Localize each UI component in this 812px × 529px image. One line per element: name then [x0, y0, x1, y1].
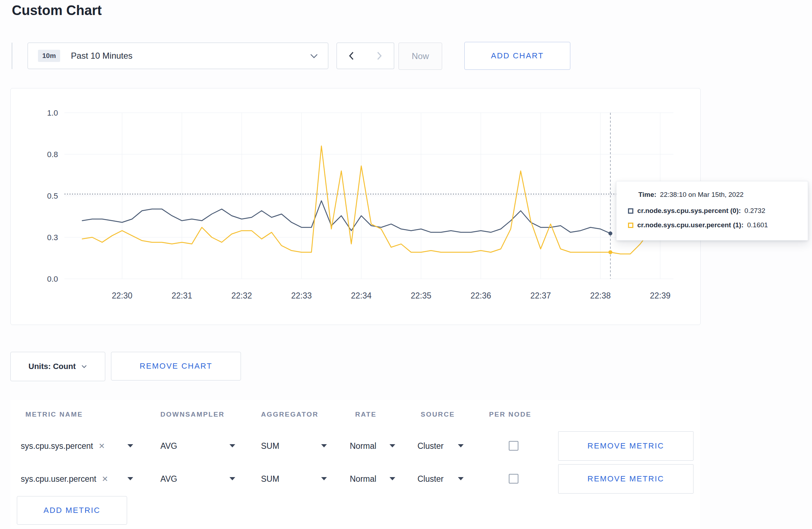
per-node-checkbox[interactable] — [509, 474, 518, 484]
chevron-down-icon — [310, 54, 318, 58]
aggregator-select[interactable]: SUM — [261, 464, 279, 494]
tooltip-series-name: cr.node.sys.cpu.user.percent (1): — [637, 221, 744, 229]
metrics-table: METRIC NAME DOWNSAMPLER AGGREGATOR RATE … — [10, 400, 700, 529]
y-tick-label: 1.0 — [47, 108, 58, 117]
x-tick-label: 22:33 — [291, 291, 312, 300]
x-tick-label: 22:36 — [470, 291, 491, 300]
series-sys-swatch-icon — [628, 208, 633, 214]
source-caret-icon[interactable] — [458, 477, 464, 480]
x-tick-label: 22:32 — [231, 291, 252, 300]
column-header-aggregator: AGGREGATOR — [261, 411, 319, 418]
series-user-swatch-icon — [628, 223, 633, 228]
tooltip-series-value: 0.2732 — [744, 207, 765, 215]
next-range-button[interactable] — [365, 43, 394, 69]
add-chart-button[interactable]: ADD CHART — [464, 42, 570, 70]
x-tick-label: 22:31 — [171, 291, 192, 300]
column-header-source: SOURCE — [421, 411, 455, 418]
tooltip-time: Time:22:38:10 on Mar 15th, 2022 — [638, 191, 808, 199]
metric-name-select[interactable]: sys.cpu.user.percent × — [21, 464, 108, 494]
column-header-metric-name: METRIC NAME — [25, 411, 83, 418]
units-label: Units: Count — [29, 362, 76, 371]
column-header-downsampler: DOWNSAMPLER — [160, 411, 224, 418]
metric-dropdown-caret-icon[interactable] — [127, 477, 133, 480]
remove-metric-button[interactable]: REMOVE METRIC — [558, 431, 693, 461]
metric-dropdown-caret-icon[interactable] — [127, 444, 133, 447]
y-tick-label: 0.3 — [47, 233, 58, 242]
y-tick-label: 0.0 — [47, 275, 58, 283]
tooltip-time-value: 22:38:10 on Mar 15th, 2022 — [660, 191, 743, 198]
crosshair-dot-1 — [608, 250, 612, 254]
rate-select[interactable]: Normal — [350, 431, 376, 461]
chevron-down-icon — [81, 365, 87, 368]
y-tick-label: 0.5 — [47, 191, 58, 200]
x-tick-label: 22:37 — [530, 291, 551, 300]
column-header-per-node: PER NODE — [489, 411, 531, 418]
prev-range-button[interactable] — [337, 43, 366, 69]
per-node-checkbox[interactable] — [509, 441, 518, 451]
aggregator-caret-icon[interactable] — [321, 444, 327, 447]
remove-metric-button[interactable]: REMOVE METRIC — [558, 464, 693, 494]
rate-caret-icon[interactable] — [390, 444, 395, 447]
column-header-rate: RATE — [355, 411, 377, 418]
source-caret-icon[interactable] — [458, 444, 464, 447]
now-button[interactable]: Now — [398, 43, 442, 70]
chevron-left-icon — [348, 51, 354, 60]
source-select[interactable]: Cluster — [417, 464, 444, 494]
x-tick-label: 22:30 — [112, 291, 132, 300]
downsampler-select[interactable]: AVG — [160, 431, 177, 461]
chart-tooltip: Time:22:38:10 on Mar 15th, 2022 cr.node.… — [616, 181, 808, 241]
tooltip-time-label: Time: — [638, 191, 656, 198]
aggregator-caret-icon[interactable] — [321, 477, 327, 480]
tooltip-series-row: cr.node.sys.cpu.user.percent (1): 0.1601 — [628, 221, 808, 229]
remove-chart-button[interactable]: REMOVE CHART — [111, 352, 241, 380]
x-tick-label: 22:38 — [590, 291, 611, 300]
x-tick-label: 22:39 — [650, 291, 671, 300]
metric-row: sys.cpu.sys.percent × AVG SUM Normal Clu… — [10, 431, 700, 461]
rate-caret-icon[interactable] — [390, 477, 395, 480]
metric-row: sys.cpu.user.percent × AVG SUM Normal Cl… — [10, 464, 700, 494]
rate-select[interactable]: Normal — [350, 464, 376, 494]
units-dropdown[interactable]: Units: Count — [10, 352, 105, 381]
toolbar-divider — [11, 43, 13, 69]
metric-name-select[interactable]: sys.cpu.sys.percent × — [21, 431, 105, 461]
tooltip-series-value: 0.1601 — [747, 221, 768, 229]
x-tick-label: 22:34 — [351, 291, 372, 300]
chevron-right-icon — [377, 51, 382, 60]
chart-card: 22:3022:3122:3222:3322:3422:3522:3622:37… — [10, 88, 701, 325]
chart-svg[interactable]: 22:3022:3122:3222:3322:3422:3522:3622:37… — [11, 88, 700, 325]
clear-metric-icon[interactable]: × — [99, 441, 105, 451]
time-range-dropdown[interactable]: 10m Past 10 Minutes — [28, 43, 328, 69]
crosshair-dot-0 — [608, 232, 612, 236]
aggregator-select[interactable]: SUM — [261, 431, 279, 461]
downsampler-caret-icon[interactable] — [229, 444, 235, 447]
source-select[interactable]: Cluster — [417, 431, 444, 461]
series-line-1 — [82, 146, 660, 254]
metric-name-value: sys.cpu.sys.percent — [21, 441, 93, 451]
x-tick-label: 22:35 — [411, 291, 431, 300]
page-title: Custom Chart — [12, 3, 102, 18]
time-range-badge: 10m — [38, 50, 60, 62]
add-metric-button[interactable]: ADD METRIC — [17, 496, 127, 525]
tooltip-series-row: cr.node.sys.cpu.sys.percent (0): 0.2732 — [628, 207, 808, 215]
downsampler-caret-icon[interactable] — [229, 477, 235, 480]
time-range-label: Past 10 Minutes — [71, 51, 132, 61]
metric-name-value: sys.cpu.user.percent — [21, 474, 96, 484]
y-tick-label: 0.8 — [47, 150, 58, 159]
downsampler-select[interactable]: AVG — [160, 464, 177, 494]
tooltip-series-name: cr.node.sys.cpu.sys.percent (0): — [637, 207, 741, 215]
clear-metric-icon[interactable]: × — [102, 474, 108, 484]
